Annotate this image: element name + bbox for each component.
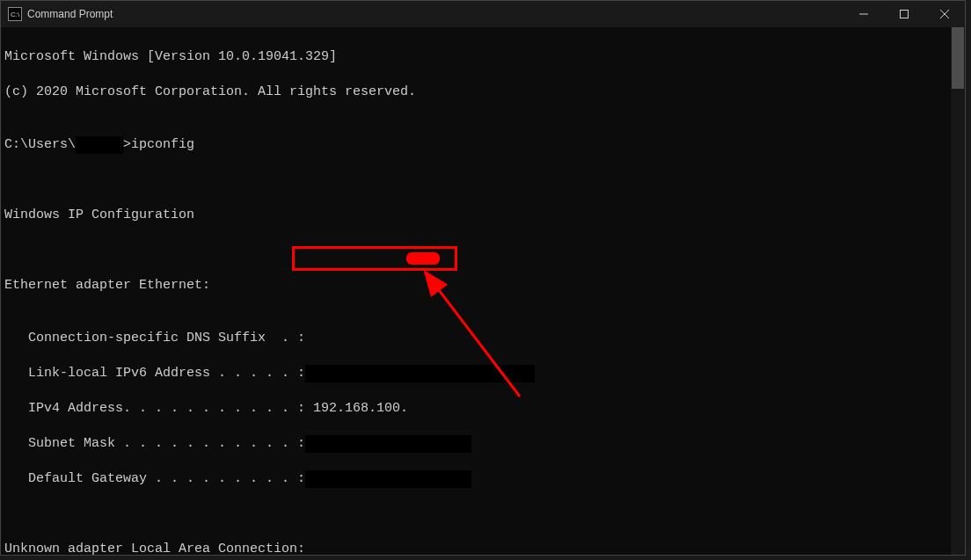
minimize-button[interactable] xyxy=(843,1,884,27)
command-prompt-window: C:\ Command Prompt Microsoft Windows [Ve… xyxy=(0,0,966,556)
titlebar[interactable]: C:\ Command Prompt xyxy=(1,1,965,27)
prompt-line-1: C:\Users\xxxxxx>ipconfig xyxy=(4,136,961,154)
unknown-adapter-heading: Unknown adapter Local Area Connection: xyxy=(4,541,961,555)
window-title: Command Prompt xyxy=(27,8,843,20)
ip-config-heading: Windows IP Configuration xyxy=(4,207,961,224)
subnet-line: Subnet Mask . . . . . . . . . . . : xxxx… xyxy=(4,435,961,453)
redacted-username: xxxxxx xyxy=(76,136,123,154)
gateway-line: Default Gateway . . . . . . . . . : xxxx… xyxy=(4,470,961,488)
copyright-line: (c) 2020 Microsoft Corporation. All righ… xyxy=(4,84,961,101)
gateway-label: Default Gateway . . . . . . . . . : xyxy=(4,471,305,486)
os-version-line: Microsoft Windows [Version 10.0.19041.32… xyxy=(4,48,961,66)
ethernet-adapter-heading: Ethernet adapter Ethernet: xyxy=(4,277,961,295)
terminal-output: Microsoft Windows [Version 10.0.19041.32… xyxy=(1,27,965,555)
redacted-gateway: xxxxxxxxxxxxxxxxxxxx xyxy=(305,470,471,488)
close-button[interactable] xyxy=(924,1,965,27)
ipv4-address-value: 192.168.100. xyxy=(313,401,408,416)
window-controls xyxy=(843,1,965,27)
ipv6-label: Link-local IPv6 Address . . . . . : xyxy=(4,366,305,381)
prompt-path: C:\Users\ xyxy=(4,137,76,152)
terminal-body[interactable]: Microsoft Windows [Version 10.0.19041.32… xyxy=(1,27,965,555)
app-icon-text: C:\ xyxy=(11,11,19,18)
ipv4-last-octet-redaction xyxy=(406,252,440,265)
app-icon: C:\ xyxy=(8,7,22,21)
redacted-subnet: xxxxxxxxxxxxxxxxxxxx xyxy=(305,435,471,453)
ipv6-line: Link-local IPv6 Address . . . . . : xxxx… xyxy=(4,365,961,382)
dns-suffix-line: Connection-specific DNS Suffix . : xyxy=(4,330,961,347)
ipv4-label: IPv4 Address. . . . . . . . . . . : xyxy=(4,401,313,416)
maximize-button[interactable] xyxy=(884,1,924,27)
svg-rect-1 xyxy=(901,11,909,18)
subnet-label: Subnet Mask . . . . . . . . . . . : xyxy=(4,436,305,451)
redacted-ipv6: xxxxxxxxxxxxxxxxxxxxxxxxxxxx xyxy=(305,365,535,382)
command-ipconfig: >ipconfig xyxy=(123,137,194,152)
ipv4-line: IPv4 Address. . . . . . . . . . . : 192.… xyxy=(4,400,961,418)
